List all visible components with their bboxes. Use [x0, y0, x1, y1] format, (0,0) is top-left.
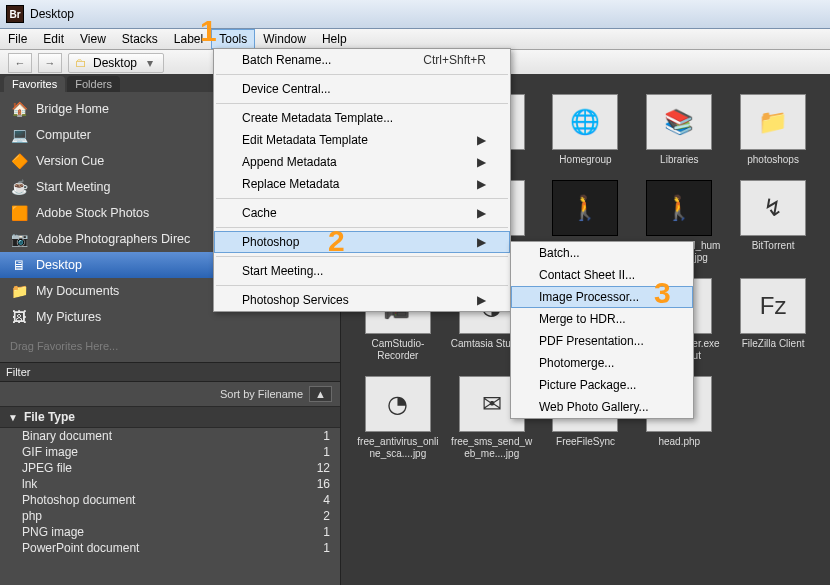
menu-item[interactable]: Replace Metadata▶	[214, 173, 510, 195]
thumbnail-icon: 🚶	[552, 180, 618, 236]
submenu-item[interactable]: Photomerge...	[511, 352, 693, 374]
filter-row-label: lnk	[22, 477, 37, 491]
thumbnail-label: head.php	[658, 436, 700, 448]
thumbnail-label: free_antivirus_online_sca....jpg	[356, 436, 440, 460]
filter-row[interactable]: Photoshop document4	[0, 492, 340, 508]
menu-item[interactable]: Cache▶	[214, 202, 510, 224]
filter-row[interactable]: GIF image1	[0, 444, 340, 460]
menu-item-label: Append Metadata	[242, 155, 337, 169]
menu-item[interactable]: Edit Metadata Template▶	[214, 129, 510, 151]
favorites-item-icon: 🏠	[10, 100, 28, 118]
filter-row-count: 16	[317, 477, 330, 491]
thumbnail[interactable]: 🌐Homegroup	[542, 94, 628, 166]
panel-tab-favorites[interactable]: Favorites	[4, 76, 65, 92]
filter-section-header[interactable]: Filter	[0, 362, 340, 382]
menu-edit[interactable]: Edit	[35, 29, 72, 49]
menu-item-shortcut: Ctrl+Shft+R	[423, 53, 486, 67]
nav-forward-button[interactable]: →	[38, 53, 62, 73]
thumbnail-icon: ◔	[365, 376, 431, 432]
submenu-arrow-icon: ▶	[477, 206, 486, 220]
submenu-item[interactable]: Merge to HDR...	[511, 308, 693, 330]
submenu-item[interactable]: Web Photo Gallery...	[511, 396, 693, 418]
sort-row: Sort by Filename ▲	[0, 382, 340, 407]
menu-item-label: Device Central...	[242, 82, 331, 96]
favorites-item-icon: 🔶	[10, 152, 28, 170]
thumbnail[interactable]: 📚Libraries	[636, 94, 722, 166]
submenu-item[interactable]: Picture Package...	[511, 374, 693, 396]
filter-row[interactable]: JPEG file12	[0, 460, 340, 476]
photoshop-submenu: Batch...Contact Sheet II...Image Process…	[510, 241, 694, 419]
filter-row-label: PowerPoint document	[22, 541, 139, 555]
menu-separator	[216, 227, 508, 228]
thumbnail[interactable]: 📁photoshops	[730, 94, 816, 166]
menu-separator	[216, 285, 508, 286]
thumbnail[interactable]: ◔free_antivirus_online_sca....jpg	[355, 376, 441, 460]
filter-rows: Binary document1GIF image1JPEG file12lnk…	[0, 428, 340, 556]
favorites-item-label: Adobe Photographers Direc	[36, 232, 190, 246]
submenu-arrow-icon: ▶	[477, 133, 486, 147]
menu-item[interactable]: Photoshop▶	[214, 231, 510, 253]
favorites-item-icon: 📷	[10, 230, 28, 248]
menu-label[interactable]: Label	[166, 29, 211, 49]
menu-item-label: Photoshop	[242, 235, 299, 249]
submenu-item-label: Batch...	[539, 246, 580, 260]
favorites-item-label: Computer	[36, 128, 91, 142]
filter-row-label: php	[22, 509, 42, 523]
submenu-arrow-icon: ▶	[477, 235, 486, 249]
favorites-item-label: Adobe Stock Photos	[36, 206, 149, 220]
nav-back-button[interactable]: ←	[8, 53, 32, 73]
sort-label[interactable]: Sort by Filename	[220, 388, 303, 400]
thumbnail-label: FreeFileSync	[556, 436, 615, 448]
filter-row-count: 4	[323, 493, 330, 507]
panel-tab-folders[interactable]: Folders	[67, 76, 120, 92]
filter-row-count: 1	[323, 445, 330, 459]
menu-item-label: Cache	[242, 206, 277, 220]
thumbnail-icon: 🚶	[646, 180, 712, 236]
thumbnail[interactable]: FzFileZilla Client	[730, 278, 816, 362]
menu-separator	[216, 103, 508, 104]
menu-item[interactable]: Create Metadata Template...	[214, 107, 510, 129]
filter-row[interactable]: Binary document1	[0, 428, 340, 444]
thumbnail-label: BitTorrent	[752, 240, 795, 252]
menu-tools[interactable]: Tools	[211, 29, 255, 49]
filter-row[interactable]: lnk16	[0, 476, 340, 492]
filter-header-label: Filter	[6, 366, 30, 378]
sort-direction-button[interactable]: ▲	[309, 386, 332, 402]
filter-group-header[interactable]: ▼ File Type	[0, 407, 340, 428]
filter-row-count: 1	[323, 541, 330, 555]
filter-row-count: 1	[323, 429, 330, 443]
favorites-hint: Drag Favorites Here...	[0, 334, 340, 362]
menu-window[interactable]: Window	[255, 29, 314, 49]
window-title: Desktop	[30, 7, 74, 21]
menu-item[interactable]: Device Central...	[214, 78, 510, 100]
menu-help[interactable]: Help	[314, 29, 355, 49]
thumbnail[interactable]: ↯BitTorrent	[730, 180, 816, 264]
menu-item-label: Replace Metadata	[242, 177, 339, 191]
menu-stacks[interactable]: Stacks	[114, 29, 166, 49]
menu-item-label: Create Metadata Template...	[242, 111, 393, 125]
filter-row-count: 1	[323, 525, 330, 539]
breadcrumb-label: Desktop	[93, 56, 137, 70]
menu-separator	[216, 256, 508, 257]
favorites-item-icon: 🖼	[10, 308, 28, 326]
menu-item[interactable]: Start Meeting...	[214, 260, 510, 282]
menu-view[interactable]: View	[72, 29, 114, 49]
filter-row[interactable]: php2	[0, 508, 340, 524]
breadcrumb[interactable]: Desktop ▾	[68, 53, 164, 73]
menu-item[interactable]: Photoshop Services▶	[214, 289, 510, 311]
filter-row[interactable]: PNG image1	[0, 524, 340, 540]
submenu-item[interactable]: Contact Sheet II...	[511, 264, 693, 286]
submenu-item[interactable]: PDF Presentation...	[511, 330, 693, 352]
filter-row[interactable]: PowerPoint document1	[0, 540, 340, 556]
menu-separator	[216, 198, 508, 199]
filter-row-label: GIF image	[22, 445, 78, 459]
submenu-item-label: Web Photo Gallery...	[539, 400, 649, 414]
submenu-item[interactable]: Image Processor...	[511, 286, 693, 308]
menu-item[interactable]: Batch Rename...Ctrl+Shft+R	[214, 49, 510, 71]
menu-file[interactable]: File	[0, 29, 35, 49]
submenu-item-label: PDF Presentation...	[539, 334, 644, 348]
thumbnail-icon: 🌐	[552, 94, 618, 150]
submenu-item[interactable]: Batch...	[511, 242, 693, 264]
menu-item[interactable]: Append Metadata▶	[214, 151, 510, 173]
submenu-item-label: Contact Sheet II...	[539, 268, 635, 282]
